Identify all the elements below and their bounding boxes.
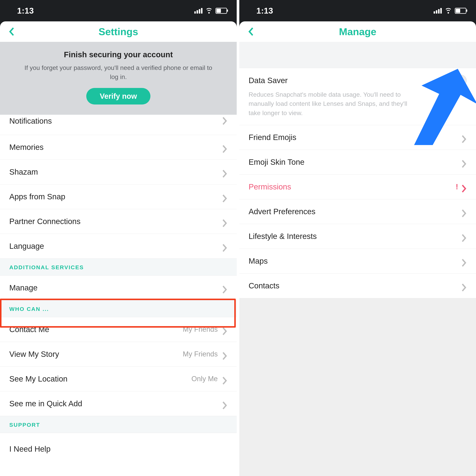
data-saver-description: Reduces Snapchat's mobile data usage. Yo… — [249, 90, 420, 118]
status-time: 1:13 — [17, 6, 34, 16]
phone-manage: 1:13 Manage Data Saver — [239, 0, 476, 476]
row-see-my-location[interactable]: See My Location Only Me — [0, 367, 237, 391]
chevron-right-icon — [222, 401, 227, 406]
banner-title: Finish securing your account — [11, 50, 225, 59]
row-friend-emojis[interactable]: Friend Emojis — [239, 125, 476, 150]
row-label: Emoji Skin Tone — [249, 158, 304, 167]
manage-list: Friend Emojis Emoji Skin Tone Permission… — [239, 125, 476, 298]
row-advert-preferences[interactable]: Advert Preferences — [239, 199, 476, 224]
status-bar: 1:13 — [239, 0, 476, 21]
page-title: Settings — [99, 26, 138, 37]
row-permissions[interactable]: Permissions ! — [239, 175, 476, 199]
page-title: Manage — [339, 26, 376, 37]
row-label: Manage — [9, 283, 37, 292]
chevron-right-icon — [222, 352, 227, 357]
row-manage[interactable]: Manage — [0, 275, 237, 300]
row-language[interactable]: Language — [0, 234, 237, 259]
row-label: Notifications — [9, 117, 52, 125]
wifi-icon — [445, 8, 452, 14]
row-shazam[interactable]: Shazam — [0, 160, 237, 185]
data-saver-block: Data Saver Reduces Snapchat's mobile dat… — [239, 68, 476, 125]
status-time: 1:13 — [256, 6, 273, 16]
battery-icon — [216, 8, 227, 14]
row-label: Permissions — [249, 182, 291, 191]
status-bar: 1:13 — [0, 0, 237, 21]
row-partner-connections[interactable]: Partner Connections — [0, 209, 237, 234]
back-button[interactable] — [247, 27, 255, 36]
wifi-icon — [205, 8, 213, 14]
row-label: See me in Quick Add — [9, 399, 82, 408]
chevron-right-icon — [222, 285, 227, 290]
chevron-right-icon — [222, 170, 227, 175]
row-label: See My Location — [9, 374, 68, 383]
row-value: My Friends — [183, 325, 218, 333]
section-support: SUPPORT — [0, 416, 237, 433]
settings-list: Notifications Memories Shazam Apps from … — [0, 115, 237, 456]
battery-icon — [455, 8, 466, 14]
row-lifestyle-interests[interactable]: Lifestyle & Interests — [239, 224, 476, 249]
back-button[interactable] — [7, 27, 16, 36]
chevron-right-icon — [222, 145, 227, 150]
chevron-right-icon — [461, 160, 467, 165]
row-label: Lifestyle & Interests — [249, 232, 317, 241]
row-memories[interactable]: Memories — [0, 135, 237, 160]
row-label: Partner Connections — [9, 217, 81, 226]
chevron-right-icon — [461, 184, 467, 189]
chevron-right-icon — [461, 283, 467, 289]
status-indicators — [194, 8, 227, 14]
chevron-right-icon — [222, 327, 227, 332]
chevron-right-icon — [461, 135, 467, 140]
phone-settings: 1:13 Settings Finish securing your accou… — [0, 0, 237, 476]
banner-desc: If you forget your password, you'll need… — [20, 63, 217, 82]
secure-account-banner: Finish securing your account If you forg… — [0, 42, 237, 115]
section-additional-services: ADDITIONAL SERVICES — [0, 259, 237, 275]
row-label: Friend Emojis — [249, 133, 296, 142]
section-who-can: WHO CAN ... — [0, 300, 237, 317]
row-notifications[interactable]: Notifications — [0, 115, 237, 135]
data-saver-toggle[interactable] — [447, 75, 467, 86]
verify-now-button[interactable]: Verify now — [86, 88, 150, 104]
chevron-right-icon — [222, 244, 227, 249]
row-label: Maps — [249, 256, 268, 266]
chevron-right-icon — [222, 219, 227, 224]
row-emoji-skin-tone[interactable]: Emoji Skin Tone — [239, 150, 476, 175]
header-spacer — [239, 42, 476, 68]
nav-bar: Settings — [0, 21, 237, 42]
row-value: Only Me — [191, 375, 218, 383]
row-label: Contact Me — [9, 325, 49, 334]
row-i-need-help[interactable]: I Need Help — [0, 433, 237, 456]
row-contacts[interactable]: Contacts — [239, 273, 476, 298]
nav-bar: Manage — [239, 21, 476, 42]
row-label: Language — [9, 242, 44, 251]
row-label: Advert Preferences — [249, 207, 316, 216]
chevron-right-icon — [222, 194, 227, 199]
alert-icon: ! — [456, 183, 458, 191]
row-label: View My Story — [9, 350, 59, 359]
row-label: Apps from Snap — [9, 192, 65, 201]
chevron-right-icon — [461, 234, 467, 239]
row-label: Memories — [9, 143, 44, 152]
chevron-right-icon — [461, 209, 467, 214]
status-indicators — [434, 8, 466, 14]
row-contact-me[interactable]: Contact Me My Friends — [0, 317, 237, 342]
chevron-right-icon — [222, 117, 227, 122]
row-label: I Need Help — [9, 444, 51, 454]
row-maps[interactable]: Maps — [239, 249, 476, 273]
cellular-icon — [194, 8, 203, 14]
row-label: Shazam — [9, 168, 38, 176]
data-saver-label: Data Saver — [249, 76, 288, 85]
chevron-right-icon — [461, 258, 467, 264]
row-view-my-story[interactable]: View My Story My Friends — [0, 342, 237, 367]
row-value: My Friends — [183, 350, 218, 358]
row-see-me-quick-add[interactable]: See me in Quick Add — [0, 391, 237, 416]
chevron-right-icon — [222, 376, 227, 382]
cellular-icon — [434, 8, 442, 14]
row-apps-from-snap[interactable]: Apps from Snap — [0, 185, 237, 209]
row-label: Contacts — [249, 281, 279, 290]
empty-area — [239, 298, 476, 476]
